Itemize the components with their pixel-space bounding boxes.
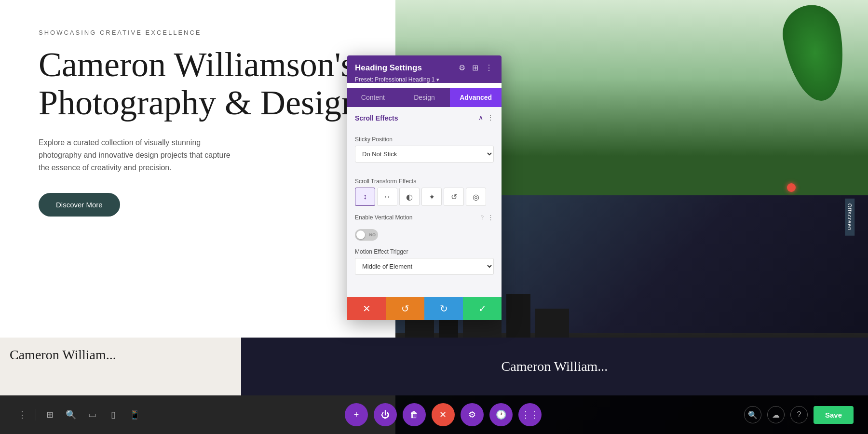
section-header-icons: ∧ ⋮ [478, 114, 494, 122]
transform-vertical-icon[interactable]: ↕ [355, 188, 375, 206]
panel-form: Sticky Position Do Not Stick Stick to To… [347, 129, 502, 297]
bottom-preview-strip: Cameron William... Cameron William... [0, 338, 868, 395]
transform-blur-icon[interactable]: ✦ [421, 188, 442, 206]
preview-right-text: Cameron William... [502, 359, 608, 374]
tablet-icon[interactable]: ▯ [106, 407, 121, 422]
history-button[interactable]: 🕐 [489, 403, 513, 426]
vertical-motion-more-icon[interactable]: ⋮ [488, 214, 494, 221]
scroll-transform-group: Scroll Transform Effects ↕ ↔ ◐ ✦ ↺ ◎ [355, 178, 494, 206]
panel-title: Heading Settings [355, 63, 422, 73]
vertical-motion-toggle[interactable]: NO [355, 229, 378, 241]
scroll-effects-section-header: Scroll Effects ∧ ⋮ [347, 107, 502, 129]
sticky-position-label: Sticky Position [355, 136, 494, 143]
reset-icon: ↺ [401, 303, 409, 314]
transform-opacity-icon[interactable]: ◐ [399, 188, 420, 206]
transform-horizontal-icon[interactable]: ↔ [377, 188, 397, 206]
toggle-no-label: NO [369, 232, 376, 237]
scroll-effects-title: Scroll Effects [355, 114, 398, 122]
preview-left: Cameron William... [0, 338, 241, 395]
page-subtitle: SHOWCASING CREATIVE EXCELLENCE [39, 29, 366, 36]
panel-action-buttons: ✕ ↺ ↻ ✓ [347, 297, 502, 320]
delete-button[interactable]: 🗑 [403, 403, 426, 426]
discover-more-button[interactable]: Discover More [39, 193, 120, 217]
panel-body: Scroll Effects ∧ ⋮ Sticky Position Do No… [347, 107, 502, 320]
preview-right: Cameron William... [241, 338, 868, 395]
panel-preset-row: Preset: Professional Heading 1 ▾ [355, 76, 494, 83]
panel-layout-icon[interactable]: ⊞ [471, 62, 479, 73]
scroll-transform-label: Scroll Transform Effects [355, 178, 494, 185]
panel-settings-icon[interactable]: ⚙ [458, 62, 466, 73]
panel-title-row: Heading Settings ⚙ ⊞ ⋮ [355, 62, 494, 73]
settings-button[interactable]: ⚙ [461, 403, 484, 426]
bottom-right-tools: 🔍 ☁ ? Save [744, 406, 854, 424]
panel-header: Heading Settings ⚙ ⊞ ⋮ Preset: Professio… [347, 55, 502, 83]
panel-preset-label: Preset: Professional Heading 1 [355, 76, 434, 83]
tab-content[interactable]: Content [347, 88, 399, 107]
sticky-position-group: Sticky Position Do Not Stick Stick to To… [355, 136, 494, 170]
panel-preset-arrow-icon: ▾ [436, 77, 439, 83]
help-button[interactable]: ? [790, 406, 808, 423]
power-button[interactable]: ⏻ [374, 403, 397, 426]
close-button[interactable]: ✕ [432, 403, 455, 426]
confirm-icon: ✓ [478, 303, 487, 314]
vertical-motion-toggle-container: NO [355, 229, 494, 241]
transform-icons-row: ↕ ↔ ◐ ✦ ↺ ◎ [355, 188, 494, 206]
vertical-motion-label: Enable Vertical Motion [355, 214, 477, 221]
panel-redo-button[interactable]: ↻ [424, 297, 463, 320]
redo-icon: ↻ [440, 303, 448, 314]
tab-design[interactable]: Design [399, 88, 450, 107]
toggle-knob [356, 231, 365, 239]
bottom-center-tools: + ⏻ 🗑 ✕ ⚙ 🕐 ⋮⋮ [345, 403, 542, 426]
section-more-icon[interactable]: ⋮ [487, 114, 494, 122]
motion-trigger-group: Motion Effect Trigger Middle of Element … [355, 248, 494, 283]
tab-advanced[interactable]: Advanced [450, 88, 502, 107]
search-icon[interactable]: 🔍 [63, 407, 79, 422]
panel-title-icons: ⚙ ⊞ ⋮ [458, 62, 494, 73]
section-collapse-icon[interactable]: ∧ [478, 114, 483, 122]
panel-cancel-button[interactable]: ✕ [347, 297, 386, 320]
motion-trigger-label: Motion Effect Trigger [355, 248, 494, 255]
page-title: Cameron Williamson's Photography & Desig… [39, 46, 366, 122]
search-right-button[interactable]: 🔍 [744, 406, 761, 423]
motion-trigger-select[interactable]: Middle of Element Top of Element Bottom … [355, 258, 494, 275]
hamburger-icon[interactable]: ⋮ [14, 407, 30, 422]
sticky-position-select[interactable]: Do Not Stick Stick to Top Stick to Botto… [355, 146, 494, 163]
page-description: Explore a curated collection of visually… [39, 136, 241, 174]
cancel-icon: ✕ [363, 303, 371, 314]
save-button[interactable]: Save [814, 406, 854, 424]
columns-button[interactable]: ⋮⋮ [518, 403, 542, 426]
offscreen-label: Offscreen [845, 199, 854, 236]
panel-tabs: Content Design Advanced [347, 88, 502, 107]
add-element-button[interactable]: + [345, 403, 368, 426]
cloud-button[interactable]: ☁ [767, 406, 785, 423]
preview-left-text: Cameron William... [0, 338, 241, 372]
heading-settings-panel: Heading Settings ⚙ ⊞ ⋮ Preset: Professio… [347, 55, 502, 320]
transform-rotate-icon[interactable]: ↺ [444, 188, 464, 206]
bottom-toolbar: ⋮ ⊞ 🔍 ▭ ▯ 📱 + ⏻ 🗑 ✕ ⚙ 🕐 ⋮⋮ 🔍 ☁ ? Save [0, 395, 868, 434]
desktop-icon[interactable]: ▭ [84, 407, 100, 422]
tool-divider [36, 409, 36, 420]
panel-confirm-button[interactable]: ✓ [463, 297, 502, 320]
bottom-left-tools: ⋮ ⊞ 🔍 ▭ ▯ 📱 [14, 407, 142, 422]
panel-reset-button[interactable]: ↺ [386, 297, 424, 320]
panel-more-icon[interactable]: ⋮ [484, 62, 494, 73]
vertical-motion-help-icon[interactable]: ? [481, 214, 484, 221]
vertical-motion-row: Enable Vertical Motion ? ⋮ [355, 214, 494, 221]
grid-icon[interactable]: ⊞ [42, 407, 57, 422]
mobile-icon[interactable]: 📱 [127, 407, 142, 422]
transform-scale-icon[interactable]: ◎ [466, 188, 486, 206]
